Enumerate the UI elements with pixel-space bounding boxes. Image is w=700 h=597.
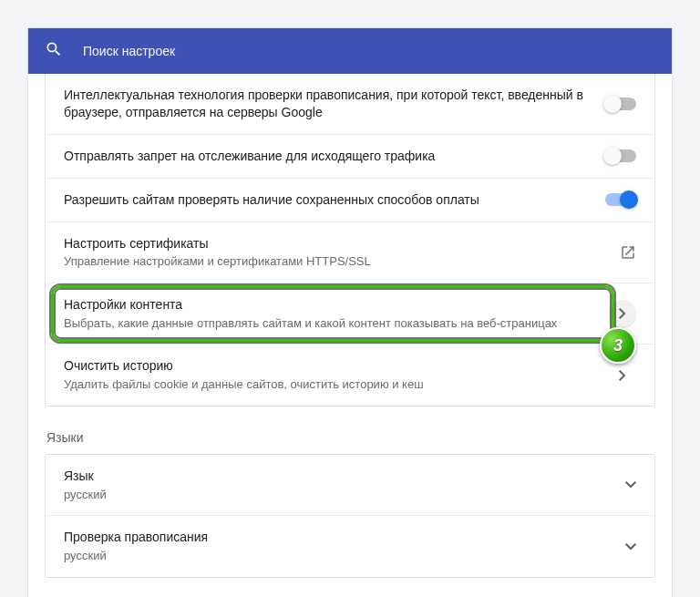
chevron-down-icon: [625, 543, 636, 551]
row-title: Язык: [64, 468, 611, 485]
row-manage-certificates[interactable]: Настроить сертификаты Управление настрой…: [46, 221, 654, 283]
search-bar[interactable]: [28, 28, 672, 74]
row-spellcheck-service[interactable]: Интеллектуальная технология проверки пра…: [46, 74, 654, 134]
row-title: Интеллектуальная технология проверки пра…: [64, 87, 591, 121]
toggle-payment-methods[interactable]: [605, 193, 636, 206]
row-subtitle: Удалить файлы cookie и данные сайтов, оч…: [64, 376, 594, 393]
row-subtitle: русский: [64, 548, 611, 564]
row-content-settings[interactable]: Настройки контента Выбрать, какие данные…: [46, 283, 654, 344]
toggle-spellcheck-service[interactable]: [605, 98, 636, 110]
row-subtitle: Выбрать, какие данные отправлять сайтам …: [64, 315, 594, 332]
privacy-card: Интеллектуальная технология проверки пра…: [45, 74, 655, 407]
chevron-right-icon: [609, 370, 636, 381]
row-title: Настройки контента: [64, 296, 594, 314]
row-clear-history[interactable]: Очистить историю Удалить файлы cookie и …: [46, 344, 654, 405]
search-icon: [45, 40, 63, 62]
external-link-icon: [620, 244, 636, 261]
row-subtitle: русский: [64, 487, 611, 503]
row-title: Разрешить сайтам проверять наличие сохра…: [64, 191, 591, 209]
row-payment-methods[interactable]: Разрешить сайтам проверять наличие сохра…: [46, 178, 654, 221]
row-title: Отправлять запрет на отслеживание для ис…: [64, 148, 591, 165]
settings-panel: Интеллектуальная технология проверки пра…: [27, 27, 673, 597]
row-title: Настроить сертификаты: [64, 235, 605, 252]
row-spellcheck[interactable]: Проверка правописания русский: [46, 515, 654, 576]
row-subtitle: Управление настройками и сертификатами H…: [64, 253, 605, 270]
row-title: Проверка правописания: [64, 529, 611, 546]
search-input[interactable]: [83, 44, 655, 58]
row-language[interactable]: Язык русский: [46, 455, 654, 515]
settings-body: Интеллектуальная технология проверки пра…: [28, 74, 672, 597]
chevron-right-icon: [609, 300, 636, 327]
section-label-languages: Языки: [46, 430, 655, 445]
languages-card: Язык русский Проверка правописания русск…: [45, 454, 655, 578]
row-title: Очистить историю: [64, 357, 594, 375]
chevron-down-icon: [625, 481, 636, 489]
toggle-do-not-track[interactable]: [605, 149, 636, 162]
row-do-not-track[interactable]: Отправлять запрет на отслеживание для ис…: [46, 134, 654, 178]
